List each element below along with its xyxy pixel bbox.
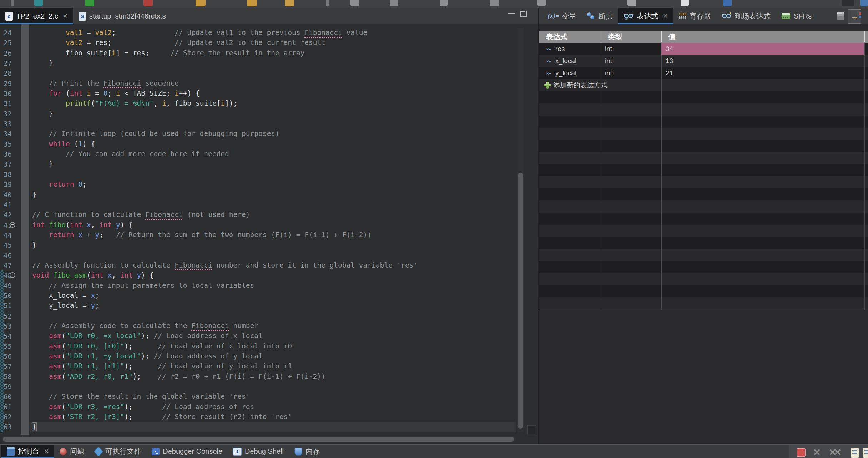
code-line-55[interactable]: 55 asm("LDR r0, [r0]"); // Load value of…	[0, 341, 516, 351]
table-row[interactable]	[539, 140, 868, 152]
code-line-52[interactable]: 52	[0, 311, 516, 321]
expression-name-cell[interactable]: ✕=res	[539, 43, 601, 55]
toolbar-stub[interactable]	[537, 0, 546, 6]
add-expression-row[interactable]: 添加新的表达方式	[539, 79, 868, 91]
debug-icon[interactable]	[34, 0, 43, 6]
table-row[interactable]	[539, 261, 868, 273]
table-row[interactable]	[539, 152, 868, 164]
table-row[interactable]	[539, 213, 868, 225]
code-line-33[interactable]: 33	[0, 119, 516, 129]
new-doc-icon[interactable]	[681, 0, 689, 6]
close-tab-icon[interactable]: ✕	[663, 12, 668, 20]
code-line-59[interactable]: 59	[0, 382, 516, 392]
close-tab-icon[interactable]: ✕	[44, 448, 49, 455]
code-line-48[interactable]: 48void fibo_asm(int x, int y) {	[0, 270, 516, 280]
debug-tab-现场表达式[interactable]: 现场表达式	[716, 8, 776, 24]
debug-tab-表达式[interactable]: x=表达式✕	[618, 8, 673, 24]
maximize-view-icon[interactable]	[520, 11, 527, 17]
table-row[interactable]	[539, 188, 868, 200]
code-line-42[interactable]: 42// C function to calculate Fibonacci (…	[0, 210, 516, 220]
code-line-49[interactable]: 49 // Assign the input parameters to loc…	[0, 281, 516, 291]
editor-tab-TP2_ex2_2.c[interactable]: cTP2_ex2_2.c✕	[0, 8, 73, 24]
expression-value-cell[interactable]: 34	[661, 43, 864, 55]
column-header-expression[interactable]: 表达式	[539, 31, 601, 43]
code-line-63[interactable]: 63}	[0, 422, 516, 432]
perspective-icon[interactable]	[860, 0, 868, 6]
code-line-57[interactable]: 57 asm("LDR r1, [r1]"); // Load value of…	[0, 361, 516, 371]
column-divider[interactable]	[601, 31, 601, 42]
open-console-icon[interactable]	[851, 448, 859, 458]
table-row[interactable]	[539, 91, 868, 103]
column-header-type[interactable]: 类型	[601, 31, 661, 43]
code-line-35[interactable]: 35 while (1) {	[0, 139, 516, 149]
remove-all-terminated-icon[interactable]: ✕✕	[829, 448, 839, 457]
code-line-38[interactable]: 38	[0, 169, 516, 179]
toolbar-stub[interactable]	[842, 0, 854, 6]
expression-row-y_local[interactable]: ✕=y_localint21	[539, 67, 868, 79]
bottom-tab-可执行文件[interactable]: 可执行文件	[90, 445, 146, 458]
step-into-icon[interactable]	[196, 0, 206, 6]
table-row[interactable]	[539, 116, 868, 128]
code-line-29[interactable]: 29 // Print the Fibonacci sequence	[0, 78, 516, 88]
table-row[interactable]	[539, 225, 868, 237]
code-line-43[interactable]: 43int fibo(int x, int y) {	[0, 220, 516, 230]
toolbar-stub[interactable]	[326, 0, 329, 6]
code-line-58[interactable]: 58 asm("ADD r2, r0, r1"); // r2 = r0 + r…	[0, 372, 516, 382]
table-row[interactable]	[539, 237, 868, 249]
debug-tab-变量[interactable]: (x)=变量	[542, 8, 581, 24]
code-line-28[interactable]: 28	[0, 68, 516, 78]
expression-row-res[interactable]: ✕=resint34	[539, 43, 868, 55]
help-icon[interactable]	[723, 0, 732, 6]
code-line-47[interactable]: 47// Assembly function to calculate Fibo…	[0, 260, 516, 270]
step-over-icon[interactable]	[247, 0, 257, 6]
minimize-view-icon[interactable]	[508, 13, 515, 14]
code-line-30[interactable]: 30 for (int i = 0; i < TAB_SIZE; i++) {	[0, 88, 516, 98]
bottom-tab-内存[interactable]: 内存	[289, 445, 325, 458]
bottom-tab-问题[interactable]: 问题	[54, 445, 90, 458]
code-line-60[interactable]: 60 // Store the result in the global var…	[0, 392, 516, 402]
expression-name-cell[interactable]: ✕=x_local	[539, 55, 601, 67]
code-line-45[interactable]: 45}	[0, 240, 516, 250]
editor-tab-startup_stm32f446retx.s[interactable]: Sstartup_stm32f446retx.s	[73, 8, 171, 24]
code-line-26[interactable]: 26 fibo_suite[i] = res; // Store the res…	[0, 48, 516, 58]
table-row[interactable]	[539, 128, 868, 140]
debug-tab-SFRs[interactable]: SFRs	[776, 8, 817, 24]
table-row[interactable]	[539, 103, 868, 116]
code-line-37[interactable]: 37 }	[0, 159, 516, 169]
code-line-46[interactable]: 46	[0, 250, 516, 260]
restart-icon[interactable]	[490, 0, 499, 6]
code-line-34[interactable]: 34 // Infinite loop (could be used for d…	[0, 129, 516, 139]
step-return-icon[interactable]	[285, 0, 294, 6]
pin-console-icon[interactable]	[863, 448, 868, 458]
expression-value-cell[interactable]: 21	[661, 67, 864, 79]
table-row[interactable]	[539, 273, 868, 285]
code-line-62[interactable]: 62 asm("STR r2, [r3]"); // Store result …	[0, 412, 516, 422]
table-row[interactable]	[539, 285, 868, 297]
code-line-31[interactable]: 31 printf("F(%d) = %d\n", i, fibo_suite[…	[0, 98, 516, 108]
code-line-27[interactable]: 27 }	[0, 58, 516, 68]
expression-name-cell[interactable]: ✕=y_local	[539, 67, 601, 79]
toolbar-stub[interactable]	[627, 0, 636, 6]
memory-chip-icon[interactable]	[390, 0, 398, 6]
toolbar-stub[interactable]	[11, 0, 14, 6]
show-type-names-icon[interactable]	[835, 9, 847, 23]
code-line-50[interactable]: 50 x_local = x;	[0, 291, 516, 301]
resume-icon[interactable]	[85, 0, 94, 6]
terminate-icon[interactable]	[797, 448, 806, 457]
code-line-53[interactable]: 53 // Assembly code to calculate the Fib…	[0, 321, 516, 331]
column-header-value[interactable]: 值	[661, 31, 864, 43]
code-line-25[interactable]: 25 val2 = res; // Update val2 to the cur…	[0, 38, 516, 48]
code-line-40[interactable]: 40}	[0, 190, 516, 200]
code-line-39[interactable]: 39 return 0;	[0, 179, 516, 189]
debug-tab-寄存器[interactable]: 10100101寄存器	[673, 8, 716, 24]
code-editor[interactable]: 24 val1 = val2; // Update val1 to the pr…	[0, 24, 538, 444]
code-line-36[interactable]: 36 // You can add more code here if need…	[0, 149, 516, 159]
code-line-56[interactable]: 56 asm("LDR r1, =y_local"); // Load addr…	[0, 351, 516, 361]
code-line-44[interactable]: 44 return x + y; // Return the sum of th…	[0, 230, 516, 240]
table-row[interactable]	[539, 164, 868, 176]
code-line-51[interactable]: 51 y_local = y;	[0, 301, 516, 311]
code-line-41[interactable]: 41	[0, 200, 516, 210]
table-row[interactable]	[539, 176, 868, 188]
fold-collapse-icon[interactable]	[10, 272, 15, 278]
remove-launch-icon[interactable]: ✕	[813, 448, 821, 457]
